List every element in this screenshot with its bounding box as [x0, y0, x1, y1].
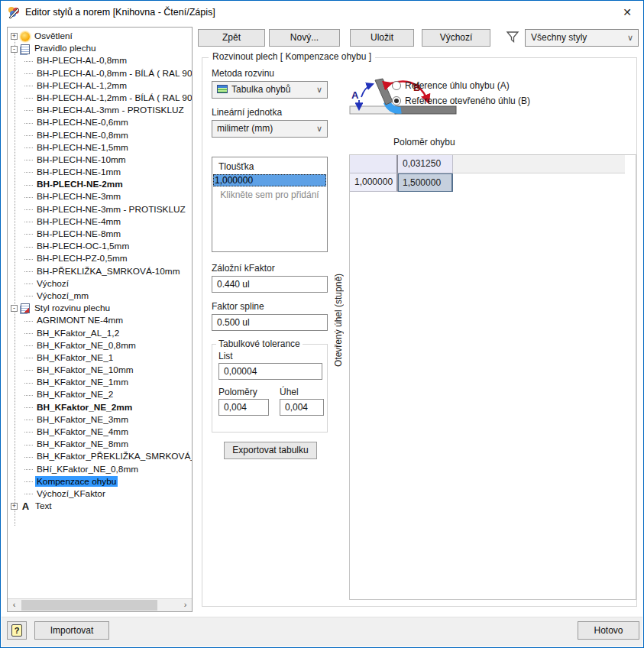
close-icon[interactable]: ✕ — [619, 5, 636, 20]
tree-item[interactable]: BH-PLECH-NE-0,8mm — [8, 129, 192, 141]
chevron-down-icon: ∨ — [316, 82, 322, 98]
tree-connector — [24, 407, 33, 408]
tree-item[interactable]: BHí_KFaktor_NE_0,8mm — [8, 463, 192, 475]
expand-icon[interactable]: + — [11, 503, 18, 510]
angle-tolerance-field[interactable]: 0,004 — [280, 399, 324, 416]
import-button[interactable]: Importovat — [34, 621, 109, 640]
sheet-tolerance-field[interactable]: 0,00004 — [218, 363, 322, 380]
save-button[interactable]: Uložit — [350, 29, 414, 47]
export-table-button[interactable]: Exportovat tabulku — [224, 442, 317, 459]
scrollbar-thumb[interactable] — [21, 600, 157, 611]
tree-item[interactable]: BH_KFaktor_NE_4mm — [8, 426, 192, 438]
tree-item[interactable]: BH-PLECH-NE-10mm — [8, 154, 192, 166]
tree-connector — [24, 383, 33, 384]
tree-item[interactable]: BH_KFaktor_PŘEKLIŽKA_SMRKOVÁ_10mm — [8, 450, 192, 462]
spline-factor-field[interactable]: 0.500 ul — [212, 314, 328, 331]
tree-connector — [24, 469, 33, 470]
tree-item[interactable]: BH-PLECH-NE-4mm — [8, 215, 192, 228]
new-button[interactable]: Nový... — [269, 29, 340, 47]
tree-item[interactable]: BH-PLECH-AL-3mm - PROTISKLUZ — [8, 104, 192, 116]
text-icon: A — [21, 501, 31, 511]
tree-item-label: BH-PLECH-NE-10mm — [35, 154, 128, 165]
back-button[interactable]: Zpět — [198, 29, 265, 47]
bend-table-data-row: 1,000000 1,500000 — [350, 173, 625, 192]
tree-item[interactable]: BH_KFaktor_NE_8mm — [8, 438, 192, 450]
scroll-left-icon[interactable]: ‹ — [8, 599, 21, 611]
sun-icon — [21, 32, 30, 41]
collapse-icon[interactable]: - — [11, 46, 18, 53]
tree-item[interactable]: BH-PLECH-NE-1,5mm — [8, 141, 192, 154]
tree-item[interactable]: -Styl rozvinu plechu — [8, 302, 192, 314]
tree-item[interactable]: BH-PLECH-OC-1,5mm — [8, 240, 192, 252]
expand-icon[interactable]: + — [11, 33, 18, 40]
tree-item-label: BH_KFaktor_PŘEKLIŽKA_SMRKOVÁ_10mm — [35, 451, 192, 462]
bend-table-header-row: 0,031250 — [350, 155, 625, 173]
tree-item[interactable]: BH_KFaktor_NE_1mm — [8, 376, 192, 388]
tree-item[interactable]: BH-PLECH-AL-0,8mm — [8, 54, 192, 66]
radio-selected-icon[interactable] — [392, 96, 401, 105]
tree-item[interactable]: BH_KFaktor_NE_1 — [8, 352, 192, 364]
tree-item[interactable]: BH-PLECH-PZ-0,5mm — [8, 252, 192, 264]
radio-a-label: Reference úhlu ohybu (A) — [405, 80, 510, 91]
radio-bend-angle-reference[interactable]: Reference úhlu ohybu (A) — [392, 80, 510, 91]
tree-item[interactable]: Výchozí_KFaktor — [8, 488, 192, 500]
tree-connector — [24, 110, 33, 111]
linear-unit-dropdown[interactable]: milimetr (mm) ∨ — [212, 120, 328, 138]
thickness-list[interactable]: Tloušťka 1,000000 Klikněte sem pro přidá… — [212, 157, 328, 252]
tree-item[interactable]: BH-PLECH-NE-2mm — [8, 178, 192, 190]
tree-connector — [24, 370, 33, 371]
tree-item[interactable]: BH-PLECH-NE-8mm — [8, 228, 192, 240]
scroll-right-icon[interactable]: › — [179, 599, 192, 611]
tree-item[interactable]: BH-PLECH-NE-3mm — [8, 190, 192, 202]
done-button[interactable]: Hotovo — [578, 621, 639, 640]
radio-unselected-icon[interactable] — [392, 81, 401, 90]
backup-kfactor-field[interactable]: 0.440 ul — [212, 276, 328, 293]
help-button[interactable]: ? — [7, 621, 27, 640]
tree-item[interactable]: BH_KFaktor_NE_3mm — [8, 413, 192, 426]
tree-connector — [24, 73, 33, 74]
tree-item[interactable]: Výchozí_mm — [8, 290, 192, 302]
tree-item-label: BH-PLECH-NE-4mm — [35, 216, 122, 227]
tree-item-label: BH-PLECH-NE-1mm — [35, 167, 122, 177]
tree-item-label: Výchozí — [35, 278, 70, 289]
unfold-method-dropdown[interactable]: Tabulka ohybů ∨ — [212, 81, 328, 99]
tree-item[interactable]: BH-PŘEKLIŽKA_SMRKOVÁ-10mm — [8, 265, 192, 277]
unfold-group-box: Rozvinout plech [ Kompenzace ohybu ] Met… — [202, 57, 637, 607]
tree-item[interactable]: BH-PLECH-AL-1,2mm - BÍLÁ ( RAL 9010 ) — [8, 92, 192, 104]
tree-item-label: BH_KFaktor_NE_4mm — [35, 426, 130, 437]
tree-item[interactable]: BH_KFaktor_NE_2mm — [8, 401, 192, 413]
tree-item[interactable]: +AText — [8, 500, 192, 512]
tree-item[interactable]: BH-PLECH-AL-1,2mm — [8, 79, 192, 92]
thickness-selected-row[interactable]: 1,000000 — [213, 174, 326, 186]
collapse-icon[interactable]: - — [11, 305, 18, 312]
tree-connector — [24, 209, 33, 210]
bend-table-corner-cell[interactable] — [350, 155, 398, 173]
tree-item[interactable]: BH_KFaktor_AL_1,2 — [8, 327, 192, 339]
sheet-tolerance-label: List — [218, 351, 233, 361]
bend-table-thickness-cell[interactable]: 1,000000 — [350, 173, 398, 192]
radii-tolerance-field[interactable]: 0,004 — [218, 399, 269, 416]
tree-item[interactable]: BH_KFaktor_NE_2 — [8, 388, 192, 400]
bend-table-radius-cell-selected[interactable]: 1,500000 — [398, 173, 453, 192]
tree-item[interactable]: BH_KFaktor_NE_10mm — [8, 364, 192, 376]
default-button[interactable]: Výchozí — [422, 29, 490, 47]
tree-item[interactable]: BH-PLECH-NE-0,6mm — [8, 116, 192, 128]
thickness-add-hint[interactable]: Klikněte sem pro přidání — [212, 186, 327, 200]
tree-connector — [24, 481, 33, 482]
tree-horizontal-scrollbar[interactable]: ‹ › — [8, 598, 192, 611]
tree-item[interactable]: +Osvětlení — [8, 30, 192, 42]
tree-item[interactable]: Kompenzace ohybu — [8, 475, 192, 488]
style-filter-dropdown[interactable]: Všechny styly ∨ — [525, 29, 639, 47]
tree-item-label: Text — [34, 501, 53, 511]
tree-item[interactable]: BH-PLECH-AL-0,8mm - BÍLÁ ( RAL 9010 ) — [8, 67, 192, 79]
radio-open-angle-reference[interactable]: Reference otevřeného úhlu (B) — [392, 96, 530, 106]
tree-item[interactable]: BH-PLECH-NE-1mm — [8, 166, 192, 178]
tree-item[interactable]: AGRIMONT NE-4mm — [8, 314, 192, 326]
tree-item[interactable]: BH_KFaktor_NE_0,8mm — [8, 339, 192, 352]
tree-item[interactable]: Výchozí — [8, 277, 192, 290]
spline-factor-label: Faktor spline — [212, 301, 264, 312]
tree-item[interactable]: -Pravidlo plechu — [8, 42, 192, 54]
bend-table-angle-header-cell[interactable]: 0,031250 — [398, 155, 453, 173]
tree-connector — [24, 296, 33, 296]
tree-item[interactable]: BH-PLECH-NE-3mm - PROTISKLUZ — [8, 203, 192, 215]
